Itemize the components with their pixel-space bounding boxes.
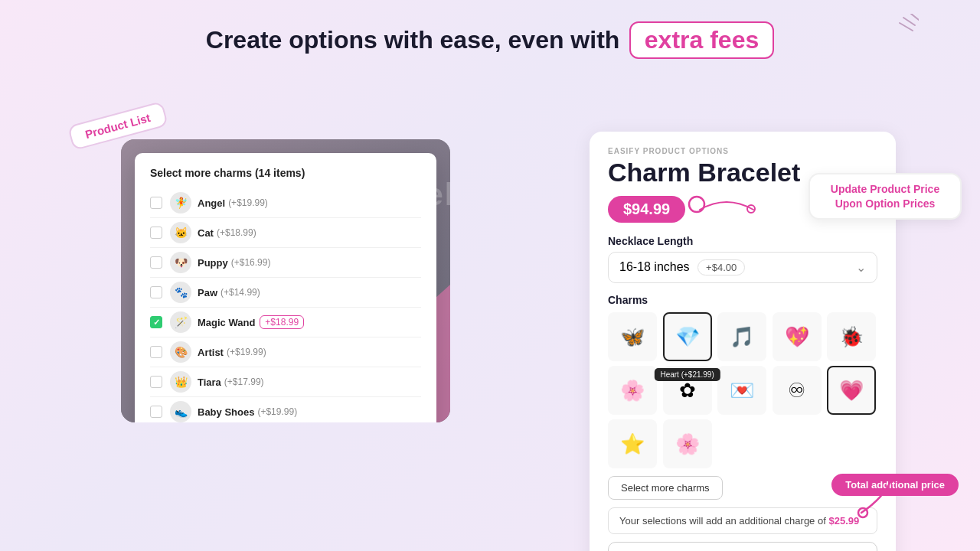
select-more-button[interactable]: Select more charms	[608, 476, 723, 500]
icon-cat: 🐱	[170, 222, 191, 243]
add-to-cart-button[interactable]: Add to cart	[608, 542, 877, 551]
item-name-angel: Angel	[198, 197, 225, 209]
dialog-item-puppy[interactable]: 🐶 Puppy (+$16.99)	[150, 248, 421, 278]
checkbox-puppy[interactable]	[150, 256, 162, 269]
dialog-item-angel[interactable]: 🧚 Angel (+$19.99)	[150, 188, 421, 218]
necklace-option-text: 16-18 inches +$4.00	[619, 259, 745, 276]
checkbox-babyshoes[interactable]	[150, 406, 162, 418]
charm-music[interactable]: 🎵	[717, 312, 766, 361]
total-additional-label: Total additional price	[831, 474, 959, 496]
item-name-artist: Artist	[198, 347, 224, 358]
icon-paw: 🐾	[170, 282, 191, 303]
charm-ladybug[interactable]: 🐞	[827, 312, 876, 361]
charge-amount: $25.99	[828, 515, 859, 527]
item-price-paw: (+$14.99)	[220, 287, 260, 298]
charm-heart[interactable]: 💎 Heart (+$21.99)	[663, 312, 712, 361]
svg-line-2	[900, 23, 913, 31]
necklace-select[interactable]: 16-18 inches +$4.00 ⌄	[608, 252, 877, 283]
item-price-babyshoes: (+$19.99)	[257, 406, 297, 417]
dialog-item-cat[interactable]: 🐱 Cat (+$18.99)	[150, 218, 421, 248]
charms-grid: 🦋 💎 Heart (+$21.99) 🎵 💖 🐞 🌸 ✿ 💌 ♾ 💗 ⭐ 🌸	[608, 312, 877, 468]
svg-line-1	[911, 14, 919, 20]
charm-butterfly[interactable]: 🦋	[608, 312, 657, 361]
icon-magicwand: 🪄	[170, 311, 191, 333]
deco-lines	[873, 14, 919, 44]
dialog-item-babyshoes[interactable]: 👟 Baby Shoes (+$19.99)	[150, 397, 421, 422]
charge-bar: Your selections will add an additional c…	[608, 507, 877, 534]
update-tooltip: Update Product Price Upon Option Prices	[808, 173, 962, 219]
icon-babyshoes: 👟	[170, 401, 191, 422]
charm-heart-tooltip: Heart (+$21.99)	[654, 368, 720, 381]
item-price-cat: (+$18.99)	[217, 227, 256, 238]
charms-label: Charms	[608, 294, 877, 306]
checkbox-cat[interactable]	[150, 227, 162, 239]
header-text: Create options with ease, even with	[206, 26, 620, 54]
svg-line-0	[903, 18, 915, 25]
charm-gear[interactable]: 🌸	[608, 366, 657, 415]
checkbox-artist[interactable]	[150, 346, 162, 358]
charm-envelope[interactable]: 💌	[717, 366, 766, 415]
checkbox-magicwand[interactable]	[150, 316, 162, 328]
item-price-artist: (+$19.99)	[227, 347, 266, 357]
charge-text: Your selections will add an additional c…	[619, 515, 826, 527]
deco-circle	[685, 193, 708, 216]
charm-select-dialog: Select more charms (14 items) 🧚 Angel (+…	[135, 153, 436, 422]
icon-tiara: 👑	[170, 371, 191, 393]
item-price-angel: (+$19.99)	[228, 197, 268, 208]
update-tooltip-text: Update Product Price Upon Option Prices	[831, 183, 939, 209]
checkbox-tiara[interactable]	[150, 376, 162, 388]
item-price-tiara: (+$17.99)	[224, 377, 264, 387]
icon-angel: 🧚	[170, 192, 191, 214]
svg-point-5	[689, 197, 704, 212]
item-name-babyshoes: Baby Shoes	[198, 406, 254, 418]
brand-label: EASIFY PRODUCT OPTIONS	[608, 147, 877, 155]
price-badge: $94.99	[608, 196, 685, 223]
charm-sparkle[interactable]: 💖	[773, 312, 822, 361]
item-name-cat: Cat	[198, 227, 214, 239]
charm-star[interactable]: ⭐	[608, 419, 657, 468]
item-name-paw: Paw	[198, 287, 217, 298]
icon-puppy: 🐶	[170, 252, 191, 273]
chevron-down-icon: ⌄	[856, 260, 866, 275]
necklace-option-price: +$4.00	[697, 259, 745, 276]
item-price-puppy: (+$16.99)	[231, 257, 271, 268]
charm-sakura[interactable]: 🌸	[663, 419, 712, 468]
checkbox-angel[interactable]	[150, 197, 162, 209]
dialog-item-paw[interactable]: 🐾 Paw (+$14.99)	[150, 278, 421, 308]
item-name-magicwand: Magic Wand	[198, 317, 255, 328]
icon-artist: 🎨	[170, 341, 191, 363]
item-name-puppy: Puppy	[198, 257, 228, 269]
left-panel: Bracele ✡️ ✚ ☯ 💎 Select more charms (14 …	[121, 139, 450, 422]
header: Create options with ease, even with extr…	[0, 0, 980, 73]
item-name-tiara: Tiara	[198, 377, 221, 388]
dialog-item-magicwand[interactable]: 🪄 Magic Wand +$18.99	[150, 308, 421, 337]
dialog-title: Select more charms (14 items)	[150, 167, 421, 179]
dialog-item-tiara[interactable]: 👑 Tiara (+$17.99)	[150, 367, 421, 397]
charm-infinity[interactable]: ♾	[773, 366, 822, 415]
charm-pink-heart[interactable]: 💗	[827, 366, 876, 415]
necklace-length-label: Necklace Length	[608, 235, 877, 247]
necklace-option-value: 16-18 inches	[619, 260, 690, 273]
header-highlight: extra fees	[629, 21, 774, 59]
checkbox-paw[interactable]	[150, 286, 162, 298]
dialog-item-artist[interactable]: 🎨 Artist (+$19.99)	[150, 337, 421, 367]
item-price-magicwand: +$18.99	[260, 315, 304, 329]
price-area: $94.99 Update Product Price Upon Option …	[608, 196, 877, 223]
